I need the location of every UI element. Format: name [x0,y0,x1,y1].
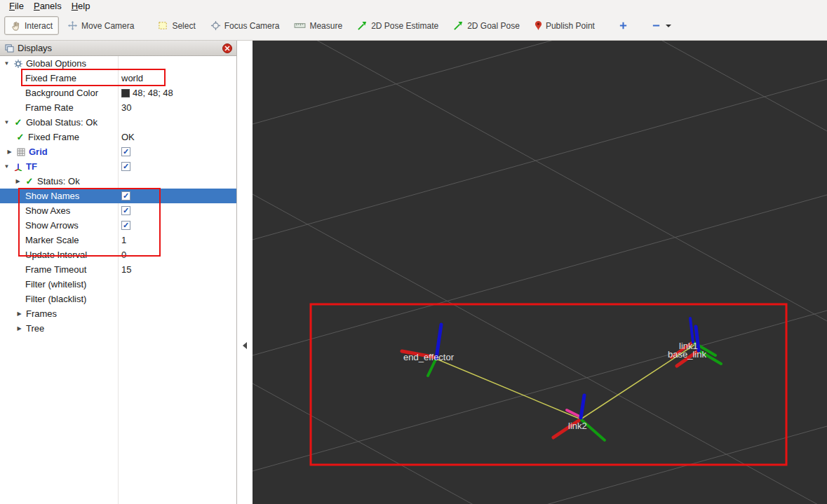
tf-label-end-effector: end_effector [403,352,455,362]
tree-row-property: ▼✓Global Status: Ok [0,117,118,128]
tree-row-show-arrows[interactable]: Show Arrows✓ [0,218,236,233]
tree-row-label: Show Arrows [25,220,79,231]
measure-tool-button[interactable]: Measure [288,17,349,35]
collapse-panel-arrow-icon[interactable] [243,342,247,349]
tree-row-property: ▼Global Options [0,58,118,69]
tree-row-label: Show Axes [25,205,70,216]
close-icon[interactable] [222,43,232,53]
annotation-box-frames [311,304,786,465]
tree-row-value[interactable]: 30 [121,102,131,113]
tf-frame-end-effector [402,325,441,376]
goal-pose-tool-button[interactable]: 2D Goal Pose [447,16,526,35]
tree-row-frame-timeout[interactable]: Frame Timeout15 [0,262,236,277]
tree-row-property: ▶✓Status: Ok [0,176,118,186]
tree-row-property: Fixed Frame [0,73,118,83]
color-swatch [121,89,130,97]
add-tool-button[interactable] [612,17,634,34]
tree-row-value-cell: 48; 48; 48 [118,88,173,98]
tree-row-tree[interactable]: ▶Tree [0,321,236,336]
tree-row-label: Grid [29,147,48,157]
tree-row-tf[interactable]: ▼TF✓ [0,159,236,174]
tree-row-value-cell: ✓ [118,147,130,156]
tree-row-label: Fixed Frame [25,73,76,83]
select-tool-button[interactable]: Select [152,16,201,35]
3d-viewport[interactable]: end_effector link1 base_link link2 [253,41,827,504]
focus-camera-tool-button[interactable]: Focus Camera [204,16,286,35]
tree-row-value[interactable]: world [121,73,143,83]
menu-help[interactable]: Help [67,1,95,11]
tree-row-value-cell: ✓ [118,162,130,171]
menu-bar: File Panels Help [0,0,827,11]
tool-label: Interact [25,21,53,31]
tree-row-label: Global Status: Ok [26,117,98,128]
tree-row-value[interactable]: 1 [121,235,126,245]
tree-row-frame-rate[interactable]: Frame Rate30 [0,100,236,115]
tree-row-global-options[interactable]: ▼Global Options [0,56,236,71]
tree-row-label: Fixed Frame [28,132,79,142]
tree-row-value[interactable]: 48; 48; 48 [133,88,173,98]
tree-row-status-ok[interactable]: ▶✓Status: Ok [0,174,236,189]
expander-open-icon[interactable]: ▼ [3,163,11,170]
tree-row-value[interactable]: 15 [121,264,131,275]
tree-row-property: Update Interval [0,250,118,260]
expander-closed-icon[interactable]: ▶ [15,325,23,332]
tree-row-label: Background Color [25,88,98,98]
menu-panels[interactable]: Panels [29,1,67,11]
panel-splitter[interactable] [238,41,253,504]
tree-row-label: TF [26,161,37,172]
tree-row-value-cell: world [118,73,143,83]
expander-open-icon[interactable]: ▼ [3,60,11,67]
tree-row-show-names[interactable]: Show Names✓ [0,189,236,203]
tree-row-global-status-ok[interactable]: ▼✓Global Status: Ok [0,115,236,130]
check-icon: ✓ [15,132,25,142]
grid-icon [16,147,26,157]
tf-frame-link2 [553,395,605,440]
checkbox[interactable]: ✓ [121,162,130,171]
tree-row-label: Frames [26,308,57,319]
tree-row-fixed-frame[interactable]: Fixed Frameworld [0,71,236,86]
tree-row-value[interactable]: OK [121,132,135,142]
tree-row-marker-scale[interactable]: Marker Scale1 [0,233,236,247]
expander-open-icon[interactable]: ▼ [3,119,11,125]
publish-point-tool-button[interactable]: Publish Point [528,16,601,35]
expander-closed-icon[interactable]: ▶ [14,178,22,184]
tree-row-label: Update Interval [25,250,87,260]
gear-icon [13,59,23,69]
displays-panel: Displays ▼Global OptionsFixed Frameworld… [0,41,237,504]
checkbox[interactable]: ✓ [121,147,130,156]
tree-row-value[interactable]: 0 [121,250,126,260]
tree-row-label: Filter (blacklist) [25,294,86,304]
tree-row-label: Global Options [26,58,86,69]
panel-title: Displays [18,43,52,53]
check-icon: ✓ [25,177,34,186]
move-camera-tool-button[interactable]: Move Camera [61,16,140,35]
pose-estimate-tool-button[interactable]: 2D Pose Estimate [351,16,445,35]
select-icon [158,20,168,31]
grid-lines [253,41,827,504]
tree-row-filter-whitelist[interactable]: Filter (whitelist) [0,277,236,292]
menu-file[interactable]: File [4,1,29,11]
tf-label-base-link: base_link [668,349,706,360]
tree-row-background-color[interactable]: Background Color48; 48; 48 [0,86,236,100]
expander-closed-icon[interactable]: ▶ [6,149,13,155]
tf-link-lines [436,345,694,419]
measure-icon [294,21,306,30]
tree-row-property: ✓Fixed Frame [0,132,118,142]
checkbox[interactable]: ✓ [121,206,130,215]
dropdown-arrow-icon [666,25,671,27]
tree-row-grid[interactable]: ▶Grid✓ [0,144,236,159]
tree-row-show-axes[interactable]: Show Axes✓ [0,203,236,218]
displays-panel-titlebar[interactable]: Displays [0,41,236,56]
check-icon: ✓ [13,118,23,128]
tree-row-label: Status: Ok [37,176,80,186]
remove-tool-button[interactable] [645,17,678,34]
checkbox[interactable]: ✓ [121,221,130,230]
tree-row-update-interval[interactable]: Update Interval0 [0,247,236,262]
checkbox[interactable]: ✓ [121,191,130,200]
expander-closed-icon[interactable]: ▶ [15,311,23,317]
tool-bar: Interact Move Camera Select Focus Camera… [0,11,827,41]
tree-row-frames[interactable]: ▶Frames [0,306,236,321]
tree-row-filter-blacklist[interactable]: Filter (blacklist) [0,292,236,306]
tree-row-fixed-frame[interactable]: ✓Fixed FrameOK [0,130,236,144]
interact-tool-button[interactable]: Interact [4,16,59,35]
